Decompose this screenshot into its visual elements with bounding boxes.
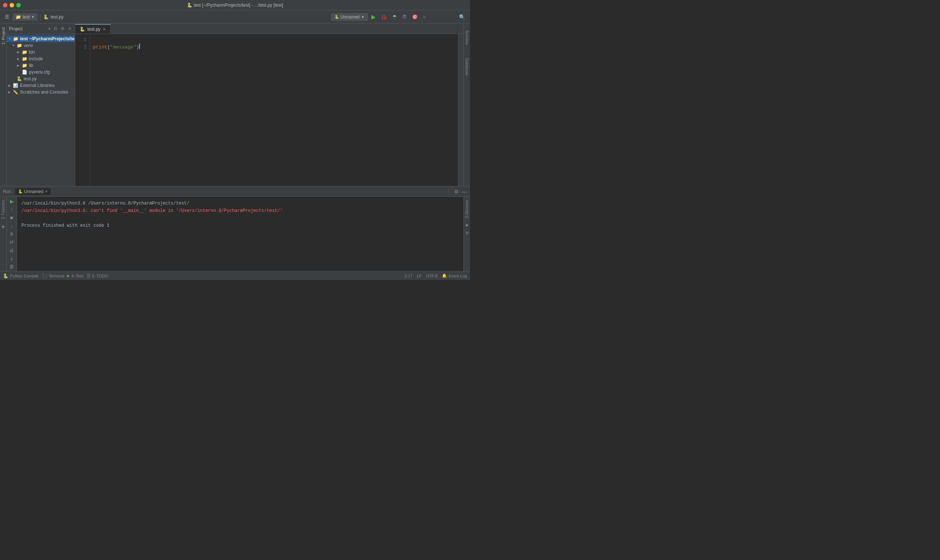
tree-item-venv[interactable]: ▼ 📁 venv xyxy=(7,42,75,49)
coverage-button[interactable]: ☂ xyxy=(390,13,399,21)
run-status-icon: ▶ xyxy=(67,274,70,278)
restart-run-button[interactable]: ▶ xyxy=(8,198,16,205)
tree-item-root[interactable]: ▼ 📁 test ~/PycharmProjects/test xyxy=(7,35,75,42)
tree-arrow-root: ▼ xyxy=(8,37,12,41)
run-output: /usr/local/bin/python3.6 /Users/interno.… xyxy=(17,197,463,271)
folder-icon-bin: 📁 xyxy=(22,49,28,55)
status-line-ending[interactable]: LF xyxy=(417,274,422,278)
project-header-title: Project xyxy=(9,26,46,31)
tree-item-scratches[interactable]: ▶ ✏️ Scratches and Consoles xyxy=(7,89,75,95)
wrap-output-button[interactable]: ⇄ xyxy=(8,238,16,245)
output-line-4: Process finished with exit code 1 xyxy=(22,222,459,229)
close-button[interactable] xyxy=(3,3,8,8)
sidebar-item-project[interactable]: 1: Project xyxy=(0,24,7,48)
line-number-1: 1 xyxy=(75,36,86,44)
run-button[interactable]: ▶ xyxy=(369,12,378,22)
project-tree: ▼ 📁 test ~/PycharmProjects/test ▼ 📁 venv… xyxy=(7,34,75,186)
run-target-button[interactable]: 🎯 xyxy=(410,13,420,21)
folder-icon-venv: 📁 xyxy=(16,43,22,48)
debug-button[interactable]: 🐞 xyxy=(379,13,389,21)
code-area[interactable]: print("message") xyxy=(90,34,458,186)
right-panel-tabs: SciView Database xyxy=(463,24,470,186)
tree-arrow-include: ▶ xyxy=(17,57,22,61)
hamburger-icon[interactable]: ☰ xyxy=(3,13,11,21)
sidebar-item-sciview[interactable]: SciView xyxy=(464,27,470,48)
run-settings-button[interactable]: ⚙ xyxy=(454,189,459,195)
python-console-icon: 🐍 xyxy=(3,273,9,278)
status-encoding[interactable]: UTF-8 xyxy=(426,274,438,278)
sidebar-item-database[interactable]: Database xyxy=(464,54,470,79)
output-line-3 xyxy=(22,215,459,222)
line-number-2: 2 xyxy=(75,44,86,51)
content-area: 1: Project Project ▼ ⊟ ⚙ ✕ ▼ 📁 test ~/Py… xyxy=(0,24,470,271)
status-position[interactable]: 2:17 xyxy=(404,274,412,278)
stop-button[interactable]: ■ xyxy=(421,13,428,21)
editor-tab-testpy[interactable]: 🐍 test.py ✕ xyxy=(75,24,111,34)
search-everywhere-button[interactable]: 🔍 xyxy=(457,13,467,21)
editor-area: 🐍 test.py ✕ 1 2 print("message") xyxy=(75,24,463,186)
status-bar: 🐍 Python Console ⬛ Terminal ▶ 4: Run ☰ 6… xyxy=(0,271,470,280)
terminal-icon: ⬛ xyxy=(42,273,47,278)
z-structure-panel: Z-Structure ★ ⊞ xyxy=(463,197,470,271)
main-content: 1: Project Project ▼ ⊟ ⚙ ✕ ▼ 📁 test ~/Py… xyxy=(0,24,470,186)
run-tab-icon: 🐍 xyxy=(18,189,23,194)
run-config-dropdown[interactable]: 🐍 Unnamed ▼ xyxy=(331,13,368,21)
file-icon-toolbar: 🐍 xyxy=(43,14,49,20)
editor-tabs: 🐍 test.py ✕ xyxy=(75,24,463,34)
string-message: "message" xyxy=(110,44,136,51)
z-structure-tab[interactable]: Z-Structure xyxy=(464,197,470,221)
tree-item-external-libraries[interactable]: ▶ 📊 External Libraries xyxy=(7,82,75,89)
stop-run-button[interactable]: ■ xyxy=(8,215,16,221)
project-panel: Project ▼ ⊟ ⚙ ✕ ▼ 📁 test ~/PycharmProjec… xyxy=(7,24,75,186)
editor-content[interactable]: 1 2 print("message") xyxy=(75,34,463,186)
title-python-icon: 🐍 xyxy=(187,3,193,8)
tree-arrow-bin: ▶ xyxy=(17,50,22,54)
minimize-button[interactable] xyxy=(9,3,14,8)
tab-python-icon: 🐍 xyxy=(80,27,85,32)
run-tab-unnamed[interactable]: 🐍 Unnamed ✕ xyxy=(15,188,51,195)
tab-close-button[interactable]: ✕ xyxy=(103,27,106,32)
run-tab-close[interactable]: ✕ xyxy=(45,189,48,194)
bottom-panel: Run: 🐍 Unnamed ✕ ⚙ — 2: Favorites ★ ▶ ↑ … xyxy=(0,186,470,271)
status-event-log[interactable]: 🔔 Event Log xyxy=(442,273,467,278)
text-cursor xyxy=(139,44,140,49)
status-terminal[interactable]: ⬛ Terminal xyxy=(42,273,65,278)
scroll-up-button[interactable]: ↑ xyxy=(8,206,16,213)
status-python-console[interactable]: 🐍 Python Console xyxy=(3,273,39,278)
scratches-icon: ✏️ xyxy=(12,89,18,95)
line-numbers: 1 2 xyxy=(75,34,90,186)
run-close-button[interactable]: — xyxy=(462,189,467,195)
scroll-down-button[interactable]: ↓ xyxy=(8,223,16,229)
output-line-2: /usr/local/bin/python3.6: can't find '__… xyxy=(22,207,459,215)
scroll-to-end-button[interactable]: ⤓ xyxy=(8,255,16,262)
z-star-icon[interactable]: ★ xyxy=(464,221,470,229)
collapse-all-button[interactable]: ⊟ xyxy=(52,26,58,31)
traffic-lights xyxy=(3,3,21,8)
project-dropdown-button[interactable]: 📁 test ▼ xyxy=(12,13,37,21)
paren-close: ) xyxy=(136,44,139,51)
tree-item-lib[interactable]: ▶ 📁 lib xyxy=(7,62,75,69)
settings-button[interactable]: ⚙ xyxy=(60,26,66,31)
file-label: test.py xyxy=(50,14,63,20)
run-toolbar: Run: 🐍 Unnamed ✕ ⚙ — xyxy=(0,186,470,197)
tree-item-testpy[interactable]: ▶ 🐍 test.py xyxy=(7,75,75,82)
clear-output-button[interactable]: 🗑 xyxy=(8,263,16,270)
maximize-button[interactable] xyxy=(16,3,21,8)
file-icon-testpy: 🐍 xyxy=(16,76,22,82)
profile-button[interactable]: ⏱ xyxy=(400,13,408,21)
left-panel-tabs: 1: Project xyxy=(0,24,7,186)
print-button[interactable]: 🖨 xyxy=(8,247,16,253)
tree-item-bin[interactable]: ▶ 📁 bin xyxy=(7,49,75,55)
editor-scrollbar[interactable] xyxy=(458,34,463,186)
status-run[interactable]: ▶ 4: Run xyxy=(67,274,83,278)
project-folder-icon: 📁 xyxy=(15,14,21,20)
pause-button[interactable]: ⏸ xyxy=(8,231,16,237)
favorites-star-icon[interactable]: ★ xyxy=(0,222,6,232)
tree-item-pyvenv[interactable]: ▶ 📄 pyvenv.cfg xyxy=(7,69,75,75)
status-todo[interactable]: ☰ 6: TODO xyxy=(86,273,108,278)
z-plus-icon[interactable]: ⊞ xyxy=(465,229,469,236)
hide-panel-button[interactable]: ✕ xyxy=(67,26,72,31)
tree-item-include[interactable]: ▶ 📁 include xyxy=(7,55,75,62)
chevron-down-icon-project: ▼ xyxy=(48,27,51,31)
favorites-tab-label[interactable]: 2: Favorites xyxy=(0,197,6,222)
